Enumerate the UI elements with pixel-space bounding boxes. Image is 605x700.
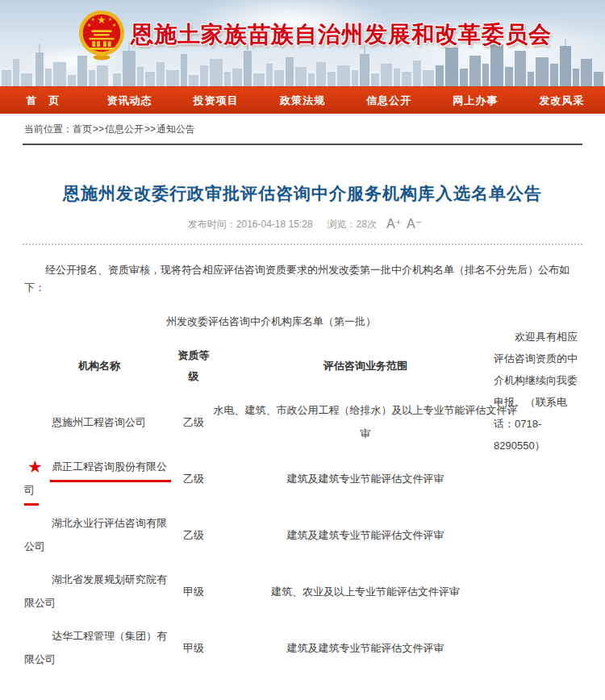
page: ★ ★ ★ ★ ★ 恩施土家族苗族自治州发展和改革委员会 首 页资讯动态投资项目… <box>0 0 605 700</box>
table-row: 鼎正工程咨询股份有限公司★乙级建筑及建筑专业节能评估文件评审 <box>24 450 518 506</box>
article: 恩施州发改委行政审批评估咨询中介服务机构库入选名单公告 发布时间：2016-04… <box>0 182 605 700</box>
org-name: 湖北省发展规划研究院有限公司 <box>24 568 174 615</box>
nav-item[interactable]: 网上办事 <box>432 87 519 114</box>
scope-cell: 建筑、农业及以上专业节能评估文件评审 <box>213 563 518 619</box>
org-table: 机构名称 资质等级 评估咨询业务范围 恩施州工程咨询公司乙级水电、建筑、市政公用… <box>24 339 518 676</box>
table-row: 恩施州工程咨询公司乙级水电、建筑、市政公用工程（给排水）及以上专业节能评估文件评… <box>24 394 518 450</box>
star-icon: ★ <box>27 458 43 475</box>
nav-item[interactable]: 发改风采 <box>519 87 605 114</box>
breadcrumb-separator: >> <box>144 123 156 135</box>
table-header-row: 机构名称 资质等级 评估咨询业务范围 <box>24 339 518 394</box>
scope-cell: 建筑及建筑专业节能评估文件评审 <box>213 619 518 676</box>
site-title: 恩施土家族苗族自治州发展和改革委员会 <box>131 19 552 50</box>
level-cell: 乙级 <box>174 394 213 450</box>
red-underline <box>24 503 39 506</box>
nav-item[interactable]: 投资项目 <box>173 87 259 114</box>
org-name-cell: 湖北省发展规划研究院有限公司 <box>24 563 174 619</box>
col-header-scope: 评估咨询业务范围 <box>213 339 518 394</box>
breadcrumb-prefix: 当前位置： <box>24 123 73 135</box>
org-name: 达华工程管理（集团）有限公司 <box>24 624 174 671</box>
level-cell: 乙级 <box>174 450 213 506</box>
org-name-cell: 鼎正工程咨询股份有限公司★ <box>24 450 174 506</box>
table-row: 湖北省发展规划研究院有限公司甲级建筑、农业及以上专业节能评估文件评审 <box>24 563 518 619</box>
col-header-name: 机构名称 <box>24 339 174 394</box>
table-row: 达华工程管理（集团）有限公司甲级建筑及建筑专业节能评估文件评审 <box>24 619 518 676</box>
article-body: 州发改委评估咨询中介机构库名单（第一批） 机构名称 资质等级 评估咨询业务范围 … <box>24 315 581 685</box>
publish-time: 发布时间：2016-04-18 15:28 <box>188 219 313 230</box>
org-name: 湖北永业行评估咨询有限公司 <box>24 511 174 558</box>
table-area: 州发改委评估咨询中介机构库名单（第一批） 机构名称 资质等级 评估咨询业务范围 … <box>24 315 518 676</box>
scope-cell: 水电、建筑、市政公用工程（给排水）及以上专业节能评估文件评审 <box>213 394 518 450</box>
breadcrumb-link[interactable]: 通知公告 <box>156 123 195 135</box>
view-count: 浏览：28次 <box>328 219 377 230</box>
scope-cell: 建筑及建筑专业节能评估文件评审 <box>213 506 518 563</box>
svg-text:★: ★ <box>108 17 112 22</box>
org-name-cell: 恩施州工程咨询公司 <box>24 394 174 450</box>
breadcrumb: 当前位置：首页>>信息公开>>通知公告 <box>0 114 605 144</box>
org-name-cell: 湖北永业行评估咨询有限公司 <box>24 506 174 563</box>
intro-paragraph: 经公开报名、资质审核，现将符合相应评估咨询资质要求的州发改委第一批中介机构名单（… <box>24 261 581 297</box>
side-note: 欢迎具有相应评估咨询资质的中介机构继续向我委申报。（联系电话：0718-8290… <box>494 326 584 456</box>
svg-text:★: ★ <box>112 23 116 27</box>
nav-item[interactable]: 首 页 <box>0 87 86 114</box>
national-emblem-icon: ★ ★ ★ ★ ★ <box>77 8 127 61</box>
col-header-level: 资质等级 <box>174 339 213 394</box>
breadcrumb-separator: >> <box>93 123 104 135</box>
main-nav: 首 页资讯动态投资项目政策法规信息公开网上办事发改风采 <box>0 86 605 114</box>
level-cell: 乙级 <box>174 506 213 563</box>
article-title: 恩施州发改委行政审批评估咨询中介服务机构库入选名单公告 <box>24 182 581 205</box>
svg-text:★: ★ <box>87 23 91 27</box>
org-name: 鼎正工程咨询股份有限公司 <box>24 455 174 502</box>
org-name: 恩施州工程咨询公司 <box>24 410 174 434</box>
list-title: 州发改委评估咨询中介机构库名单（第一批） <box>24 315 518 329</box>
nav-item[interactable]: 政策法规 <box>259 87 345 114</box>
font-increase-button[interactable]: A⁺ <box>386 217 402 231</box>
level-cell: 甲级 <box>174 619 213 676</box>
red-underline <box>50 480 171 482</box>
svg-text:★: ★ <box>97 15 106 26</box>
article-meta: 发布时间：2016-04-18 15:28浏览：28次A⁺A⁻ <box>0 216 605 231</box>
section-divider <box>23 144 582 145</box>
nav-item[interactable]: 信息公开 <box>346 87 432 114</box>
nav-item[interactable]: 资讯动态 <box>86 87 173 114</box>
table-row: 湖北永业行评估咨询有限公司乙级建筑及建筑专业节能评估文件评审 <box>24 506 518 563</box>
breadcrumb-link[interactable]: 信息公开 <box>105 123 144 135</box>
site-banner: ★ ★ ★ ★ ★ 恩施土家族苗族自治州发展和改革委员会 <box>0 0 605 86</box>
font-decrease-button[interactable]: A⁻ <box>407 217 422 231</box>
org-name-cell: 达华工程管理（集团）有限公司 <box>24 619 174 676</box>
svg-text:★: ★ <box>91 17 95 22</box>
level-cell: 甲级 <box>174 563 213 619</box>
breadcrumb-link[interactable]: 首页 <box>73 123 92 135</box>
dotted-divider <box>23 244 582 245</box>
scope-cell: 建筑及建筑专业节能评估文件评审 <box>213 450 518 506</box>
